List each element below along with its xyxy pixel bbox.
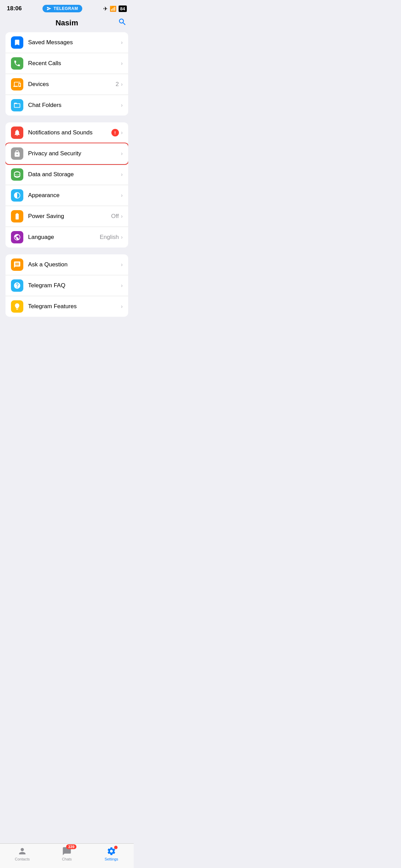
data-storage-row[interactable]: Data and Storage › [5, 164, 128, 185]
telegram-faq-row[interactable]: Telegram FAQ › [5, 275, 128, 296]
devices-icon-wrapper [11, 78, 23, 91]
chevron-icon: › [121, 303, 123, 310]
language-value: English [100, 234, 119, 241]
status-bar: 18:06 TELEGRAM ✈ 📶 84 [0, 0, 134, 15]
wifi-icon: 📶 [110, 5, 117, 12]
bookmark-icon [13, 39, 21, 46]
status-icons: ✈ 📶 84 [103, 5, 127, 12]
recent-calls-label: Recent Calls [28, 60, 121, 67]
devices-value: 2 [116, 81, 119, 88]
phone-icon [13, 60, 21, 67]
folder-icon [13, 101, 21, 109]
privacy-security-row[interactable]: Privacy and Security › [5, 143, 128, 164]
saved-messages-label: Saved Messages [28, 39, 121, 46]
chevron-icon: › [121, 192, 123, 198]
ask-question-label: Ask a Question [28, 261, 121, 268]
ask-question-icon-wrapper [11, 258, 23, 271]
language-row[interactable]: Language English › [5, 227, 128, 248]
telegram-faq-label: Telegram FAQ [28, 282, 121, 289]
appearance-icon [13, 192, 21, 199]
chevron-icon: › [121, 213, 123, 219]
status-time: 18:06 [7, 5, 22, 12]
chevron-icon: › [121, 60, 123, 67]
language-icon-wrapper [11, 231, 23, 243]
chat-folders-label: Chat Folders [28, 102, 121, 109]
bell-icon [13, 129, 21, 136]
battery-icon [13, 213, 21, 220]
search-icon [118, 17, 127, 26]
ask-question-row[interactable]: Ask a Question › [5, 254, 128, 275]
appearance-label: Appearance [28, 192, 121, 199]
chat-folders-row[interactable]: Chat Folders › [5, 95, 128, 116]
power-saving-row[interactable]: Power Saving Off › [5, 206, 128, 227]
telegram-badge-text: TELEGRAM [53, 6, 78, 11]
telegram-features-row[interactable]: Telegram Features › [5, 296, 128, 317]
settings-group-3: Ask a Question › Telegram FAQ › Telegram… [5, 254, 128, 317]
data-icon [13, 171, 21, 178]
recent-calls-row[interactable]: Recent Calls › [5, 53, 128, 74]
chat-icon [13, 261, 21, 268]
notification-alert-badge: ! [111, 129, 119, 136]
telegram-features-icon-wrapper [11, 300, 23, 313]
battery-icon: 84 [119, 5, 127, 12]
chevron-icon: › [121, 171, 123, 178]
devices-row[interactable]: Devices 2 › [5, 74, 128, 95]
telegram-badge: TELEGRAM [42, 5, 82, 12]
appearance-row[interactable]: Appearance › [5, 185, 128, 206]
privacy-icon-wrapper [11, 147, 23, 160]
appearance-icon-wrapper [11, 189, 23, 202]
power-saving-value: Off [111, 213, 119, 220]
devices-icon [13, 81, 21, 88]
chevron-icon: › [121, 234, 123, 240]
telegram-plane-icon [47, 6, 51, 11]
lightbulb-icon [13, 303, 21, 310]
saved-messages-icon-wrapper [11, 36, 23, 49]
settings-group-2: Notifications and Sounds ! › Privacy and… [5, 122, 128, 248]
settings-group-1: Saved Messages › Recent Calls › Devices … [5, 32, 128, 116]
chevron-icon: › [121, 81, 123, 87]
lock-icon [13, 150, 21, 157]
status-center: TELEGRAM [42, 5, 82, 12]
chevron-icon: › [121, 130, 123, 136]
chevron-icon: › [121, 39, 123, 46]
page-title: Nasim [56, 19, 78, 27]
chevron-icon: › [121, 102, 123, 108]
devices-label: Devices [28, 81, 116, 88]
language-label: Language [28, 234, 100, 241]
search-button[interactable] [118, 17, 127, 28]
notifications-label: Notifications and Sounds [28, 129, 111, 136]
telegram-faq-icon-wrapper [11, 279, 23, 292]
power-saving-label: Power Saving [28, 213, 111, 220]
recent-calls-icon-wrapper [11, 57, 23, 70]
page-content: Saved Messages › Recent Calls › Devices … [0, 32, 134, 354]
chevron-icon: › [121, 262, 123, 268]
airplane-icon: ✈ [103, 5, 108, 12]
notifications-row[interactable]: Notifications and Sounds ! › [5, 122, 128, 143]
saved-messages-row[interactable]: Saved Messages › [5, 32, 128, 53]
chat-folders-icon-wrapper [11, 99, 23, 111]
globe-icon [13, 233, 21, 241]
privacy-security-label: Privacy and Security [28, 150, 121, 157]
question-icon [13, 282, 21, 289]
data-storage-label: Data and Storage [28, 171, 121, 178]
page-header: Nasim [0, 15, 134, 32]
power-saving-icon-wrapper [11, 210, 23, 222]
chevron-icon: › [121, 150, 123, 157]
data-storage-icon-wrapper [11, 168, 23, 181]
notifications-icon-wrapper [11, 126, 23, 139]
chevron-icon: › [121, 282, 123, 289]
telegram-features-label: Telegram Features [28, 303, 121, 310]
